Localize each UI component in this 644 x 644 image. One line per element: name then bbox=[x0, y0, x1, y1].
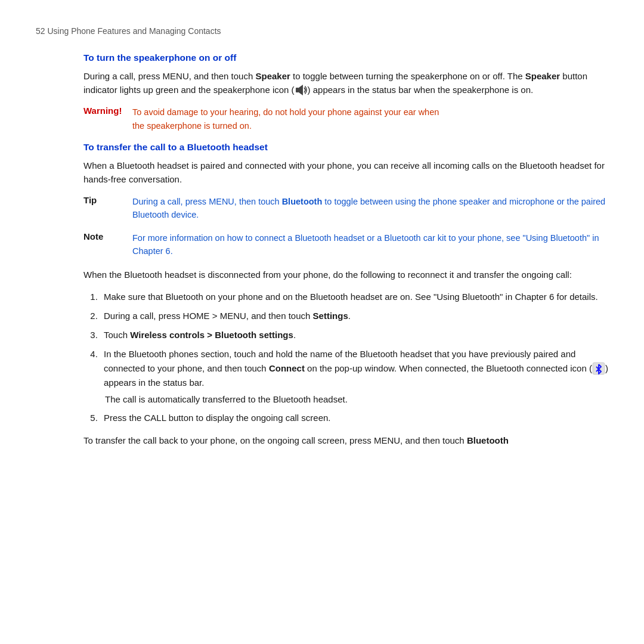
speaker-icon bbox=[295, 83, 308, 97]
note-row: Note For more information on how to conn… bbox=[83, 231, 608, 258]
section-speakerphone: To turn the speakerphone on or off Durin… bbox=[83, 52, 608, 132]
step-3: Touch Wireless controls > Bluetooth sett… bbox=[100, 328, 608, 342]
warning-label: Warning! bbox=[83, 106, 132, 132]
warning-text: To avoid damage to your hearing, do not … bbox=[132, 106, 439, 132]
tip-label: Tip bbox=[83, 195, 132, 222]
step-4: In the Bluetooth phones section, touch a… bbox=[100, 347, 608, 406]
speakerphone-heading: To turn the speakerphone on or off bbox=[83, 52, 608, 63]
page: 52 Using Phone Features and Managing Con… bbox=[0, 0, 644, 644]
step-4-extra: The call is automatically transferred to… bbox=[104, 392, 608, 406]
footer-text: To transfer the call back to your phone,… bbox=[83, 434, 608, 447]
note-text: For more information on how to connect a… bbox=[132, 231, 608, 258]
bluetooth-heading: To transfer the call to a Bluetooth head… bbox=[83, 142, 608, 153]
warning-row: Warning! To avoid damage to your hearing… bbox=[83, 106, 608, 132]
step-2: During a call, press HOME > MENU, and th… bbox=[100, 309, 608, 323]
svg-rect-0 bbox=[296, 88, 299, 92]
bluetooth-icon bbox=[592, 362, 605, 375]
speakerphone-body: During a call, press MENU, and then touc… bbox=[83, 69, 608, 97]
page-header: 52 Using Phone Features and Managing Con… bbox=[36, 26, 608, 36]
step-1: Make sure that Bluetooth on your phone a… bbox=[100, 290, 608, 304]
svg-marker-1 bbox=[299, 85, 303, 95]
tip-text: During a call, press MENU, then touch Bl… bbox=[132, 195, 608, 222]
tip-row: Tip During a call, press MENU, then touc… bbox=[83, 195, 608, 222]
section-bluetooth: To transfer the call to a Bluetooth head… bbox=[83, 142, 608, 447]
note-label: Note bbox=[83, 231, 132, 258]
reconnect-intro: When the Bluetooth headset is disconnect… bbox=[83, 268, 608, 281]
main-content: To turn the speakerphone on or off Durin… bbox=[36, 52, 608, 447]
steps-list: Make sure that Bluetooth on your phone a… bbox=[83, 290, 608, 425]
step-5: Press the CALL button to display the ong… bbox=[100, 411, 608, 425]
bluetooth-intro: When a Bluetooth headset is paired and c… bbox=[83, 159, 608, 187]
